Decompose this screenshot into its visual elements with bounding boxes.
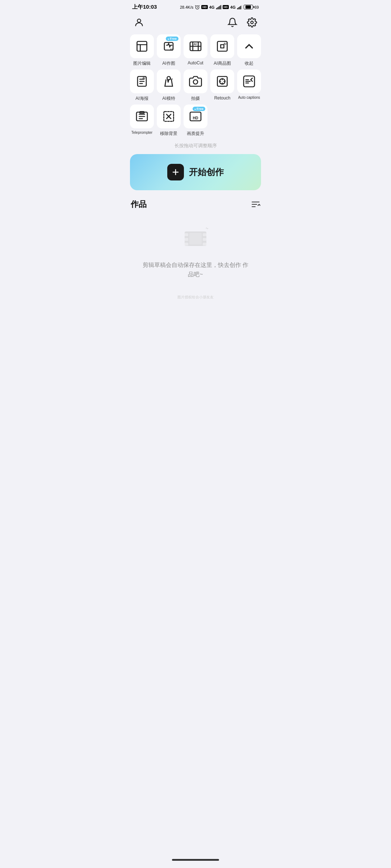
empty-state: 剪辑草稿会自动保存在这里，快去创作 作品吧~	[131, 217, 260, 293]
svg-text:HD: HD	[193, 116, 199, 120]
tool-remove-bg[interactable]: 移除背景	[157, 105, 181, 137]
works-section: 作品 剪辑草稿会自动保存在这里，快去创作 作品吧~	[125, 196, 266, 293]
hd-badge: HD	[201, 5, 208, 9]
create-button-wrapper: 开始创作	[125, 154, 266, 196]
signal-icon	[216, 5, 221, 9]
status-bar: 上午10:03 28.4K/s HD 4G HD 4G 69	[125, 0, 266, 13]
tool-teleprompter[interactable]: Teleprompter	[130, 105, 154, 137]
tool-row-3: Teleprompter 移除背景 Free HD 画质提升	[130, 105, 261, 137]
tool-retouch[interactable]: Retouch	[210, 69, 234, 102]
tools-section: 图片编辑 Free AI AI作图 AI	[125, 34, 266, 137]
tool-ai-product[interactable]: AI AI商品图	[210, 34, 234, 67]
create-label: 开始创作	[189, 166, 224, 178]
svg-rect-25	[185, 243, 188, 246]
tool-row-2: AI AI海报 AI AI模特	[130, 69, 261, 102]
4g-badge-2: 4G	[230, 5, 236, 9]
svg-rect-29	[189, 233, 202, 244]
svg-text:AI: AI	[194, 43, 197, 46]
svg-rect-28	[203, 243, 206, 246]
watermark: 图片授权给合小朋友友	[125, 293, 266, 322]
svg-point-13	[193, 80, 198, 84]
drag-hint: 长按拖动可调整顺序	[125, 140, 266, 154]
user-button[interactable]	[132, 16, 146, 29]
sort-button[interactable]	[251, 200, 260, 209]
tool-autocut[interactable]: AI AutoCut	[184, 34, 207, 67]
tool-enhance[interactable]: Free HD 画质提升	[184, 105, 207, 137]
network-speed: 28.4K/s	[180, 5, 193, 9]
svg-rect-14	[218, 77, 227, 86]
header-icons	[226, 16, 259, 29]
battery-level: 69	[255, 5, 259, 9]
tool-row-1: 图片编辑 Free AI AI作图 AI	[130, 34, 261, 67]
svg-rect-26	[203, 233, 206, 236]
tool-ai-model[interactable]: AI AI模特	[157, 69, 181, 102]
plus-icon	[167, 164, 184, 180]
notification-button[interactable]	[226, 16, 239, 29]
svg-text:AI: AI	[170, 48, 173, 51]
status-right: 28.4K/s HD 4G HD 4G 69	[180, 5, 259, 10]
tool-image-edit[interactable]: 图片编辑	[130, 34, 154, 67]
film-icon	[181, 224, 210, 253]
create-button[interactable]: 开始创作	[130, 154, 261, 190]
svg-rect-24	[185, 238, 188, 241]
svg-point-1	[137, 19, 140, 22]
tool-ai-poster[interactable]: AI AI海报	[130, 69, 154, 102]
svg-rect-23	[185, 233, 188, 236]
tool-collapse[interactable]: 收起	[237, 34, 261, 67]
tool-camera[interactable]: 拍摄	[184, 69, 207, 102]
settings-button[interactable]	[245, 16, 259, 29]
free-badge-ai-draw: Free	[166, 37, 178, 41]
header	[125, 13, 266, 34]
tool-ai-draw[interactable]: Free AI AI作图	[157, 34, 181, 67]
svg-text:AI: AI	[143, 76, 146, 80]
svg-point-2	[251, 21, 253, 24]
signal-icon-2	[237, 5, 242, 9]
svg-text:AI: AI	[170, 77, 173, 81]
svg-rect-3	[137, 42, 147, 51]
status-time: 上午10:03	[132, 4, 157, 10]
hd-badge-2: HD	[223, 5, 229, 9]
battery-icon	[244, 5, 253, 9]
tool-auto-captions[interactable]: Auto captions	[237, 69, 261, 102]
works-header: 作品	[131, 199, 260, 210]
4g-badge: 4G	[209, 5, 215, 9]
alarm-icon	[195, 5, 200, 10]
svg-rect-27	[203, 238, 206, 241]
empty-text: 剪辑草稿会自动保存在这里，快去创作 作品吧~	[142, 260, 249, 279]
free-badge-enhance: Free	[193, 107, 205, 111]
works-title: 作品	[131, 199, 147, 210]
svg-text:AI: AI	[223, 42, 226, 46]
